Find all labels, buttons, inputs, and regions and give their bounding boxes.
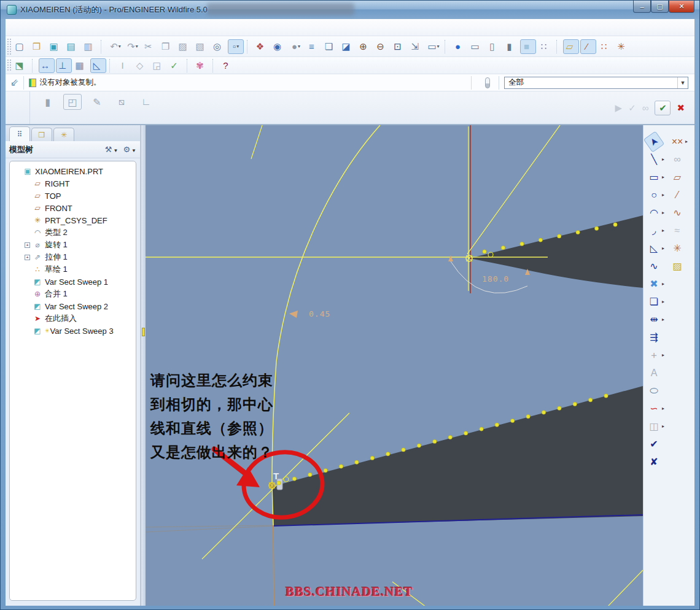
dimension-tool[interactable]: ⇹▸ [646, 311, 669, 328]
tree-show-button[interactable]: ⚒▼ [105, 145, 119, 154]
hidden-line-icon[interactable]: ▯▾ [486, 39, 502, 54]
flyout-arrow-icon[interactable]: ▸ [662, 423, 664, 429]
expand-icon[interactable]: + [25, 242, 30, 248]
regenerate-icon[interactable]: ❖▾ [254, 39, 270, 54]
paste-icon[interactable]: ▨▾ [176, 39, 192, 54]
tree-item[interactable]: + ◩ Var Sect Sweep 1 [11, 276, 134, 288]
menu-item[interactable] [12, 26, 23, 29]
tree-item[interactable]: + ◠ 类型 2 [11, 226, 134, 239]
search-model-icon[interactable]: ◉▾ [271, 39, 287, 54]
menu-item[interactable] [23, 26, 34, 29]
thin-feature-icon[interactable]: ∟ [137, 94, 155, 110]
axis-tool[interactable]: ⁄▸ [669, 186, 693, 204]
vertex-display-icon[interactable]: ◺▾ [90, 58, 106, 73]
menu-item[interactable] [122, 26, 133, 29]
copy-icon[interactable]: ❐▾ [159, 39, 175, 54]
preview-glasses-icon[interactable]: ∞ [642, 102, 649, 113]
flyout-arrow-icon[interactable]: ▾ [119, 44, 121, 49]
save-as-icon[interactable]: ▤▾ [64, 39, 80, 54]
flyout-arrow-icon[interactable]: ▸ [662, 228, 664, 233]
chamfer-tool[interactable]: ◺▸ [646, 239, 669, 257]
csys-tool[interactable]: ✳▸ [669, 239, 693, 257]
toolbar-grip[interactable] [7, 59, 11, 72]
window-tiles-icon[interactable]: ∷▾ [537, 39, 553, 54]
tree-item[interactable]: + ◩ Var Sect Sweep 2 [11, 300, 134, 312]
redo-icon[interactable]: ↷▾ [125, 39, 141, 54]
panel-splitter[interactable] [141, 125, 146, 606]
datum-plane-display-icon[interactable]: ▱▾ [563, 39, 579, 54]
flyout-arrow-icon[interactable]: ▸ [662, 352, 664, 358]
flyout-arrow-icon[interactable]: ▸ [662, 192, 664, 198]
chevron-down-icon[interactable]: ▼ [131, 148, 136, 153]
no-hidden-icon[interactable]: ▮▾ [503, 39, 519, 54]
open-file-icon[interactable]: ❒▾ [30, 39, 46, 54]
find-icon[interactable]: ◎▾ [211, 39, 227, 54]
splitter-handle[interactable] [142, 328, 145, 336]
context-help-icon[interactable]: ?▾ [219, 58, 235, 73]
feature-ok-icon[interactable]: ✓▾ [168, 58, 184, 73]
flyout-arrow-icon[interactable]: ▾ [298, 44, 300, 49]
keyshot-render-icon[interactable]: ✾▾ [193, 58, 209, 73]
shaded-icon[interactable]: ■▾ [520, 39, 536, 54]
done-button[interactable]: ✔▸ [646, 435, 669, 453]
tree-settings-button[interactable]: ⚙▼ [123, 145, 136, 154]
preview-play-icon[interactable]: ▶ [615, 102, 623, 114]
sketch-section-icon[interactable]: ✎ [88, 94, 106, 110]
tree-item[interactable]: + ▱ RIGHT [11, 177, 134, 190]
tree-item[interactable]: + ⌀ 旋转 1 [11, 239, 134, 251]
radius-dimension[interactable]: 0.45 [309, 309, 330, 319]
edit-colors-icon[interactable]: ◪▾ [340, 39, 356, 54]
flyout-arrow-icon[interactable]: ▸ [662, 281, 664, 287]
dashboard-tab[interactable] [94, 110, 101, 112]
offset-curve-tool[interactable]: ≈▸ [669, 222, 693, 239]
remove-material-icon[interactable]: ⧅ [112, 94, 131, 110]
tangent-constraint-label[interactable]: T [273, 471, 279, 481]
undo-icon[interactable]: ↶▾ [107, 39, 123, 54]
menu-item[interactable] [67, 26, 78, 29]
select-box-icon[interactable]: ▫▾ [228, 39, 244, 54]
spin-center-icon[interactable]: ●▾ [451, 39, 467, 54]
modify-dims-tool[interactable]: ⇶▸ [646, 328, 669, 346]
tree-item[interactable]: + ▣ XIAOMEIREN.PRT [11, 165, 134, 177]
expand-icon[interactable]: + [25, 255, 30, 260]
angle-dimension[interactable]: 180.0 [482, 274, 509, 284]
use-edge-tool[interactable]: ❏▸ [646, 293, 669, 311]
toolbar-grip[interactable] [7, 38, 11, 55]
dashboard-tab[interactable] [57, 110, 64, 112]
flyout-arrow-icon[interactable]: ▾ [236, 44, 239, 49]
tab-favorites[interactable]: ✳ [53, 128, 74, 141]
selection-filter-dropdown[interactable]: 全部 ▼ [504, 77, 688, 89]
layers-icon[interactable]: ≡▾ [305, 39, 321, 54]
menu-item[interactable] [133, 26, 144, 29]
chain-tool[interactable]: ∞▸ [669, 150, 693, 168]
accept-icon[interactable]: ✔ [655, 101, 671, 115]
points-coords-tool[interactable]: ××▸ [669, 133, 693, 150]
tree-item[interactable]: + ⇗ 拉伸 1 [11, 251, 134, 263]
overlap-check-icon[interactable]: ◲▾ [150, 58, 166, 73]
point-tool[interactable]: ✖▸ [646, 275, 669, 293]
chevron-down-icon[interactable]: ▼ [677, 77, 688, 88]
cut-icon[interactable]: ✂▾ [142, 39, 158, 54]
chevron-down-icon[interactable]: ▼ [114, 148, 119, 153]
grid-display-icon[interactable]: ▦▾ [73, 58, 89, 73]
menu-item[interactable] [111, 26, 122, 29]
datum-plane-tool[interactable]: ▱▸ [669, 168, 693, 186]
solid-option-icon[interactable]: ▮ [39, 94, 57, 110]
dashboard-tab[interactable] [39, 110, 46, 112]
flyout-arrow-icon[interactable]: ▸ [662, 174, 664, 180]
diagnostics-icon[interactable]: ◇▾ [133, 58, 149, 73]
verify-check-icon[interactable]: ✓ [628, 102, 636, 114]
reorient-icon[interactable]: ⇲▾ [408, 39, 424, 54]
maximize-button[interactable]: ▢ [651, 1, 669, 13]
print-icon[interactable]: ▥▾ [82, 39, 98, 54]
constrain-tool[interactable]: ＋▸ [646, 346, 669, 364]
csys-display-icon[interactable]: ✳▾ [615, 39, 631, 54]
select-tool[interactable]: ➤▸ [646, 133, 669, 150]
tree-item[interactable]: + ✳ PRT_CSYS_DEF [11, 214, 134, 226]
refit-icon[interactable]: ⊡▾ [391, 39, 407, 54]
flyout-arrow-icon[interactable]: ▾ [437, 44, 440, 49]
flyout-arrow-icon[interactable]: ▸ [685, 139, 688, 144]
tree-item[interactable]: + ▱ TOP [11, 190, 134, 202]
tree-item[interactable]: + ▱ FRONT [11, 202, 134, 214]
message-log-icon[interactable]: ⇙ [10, 77, 18, 88]
